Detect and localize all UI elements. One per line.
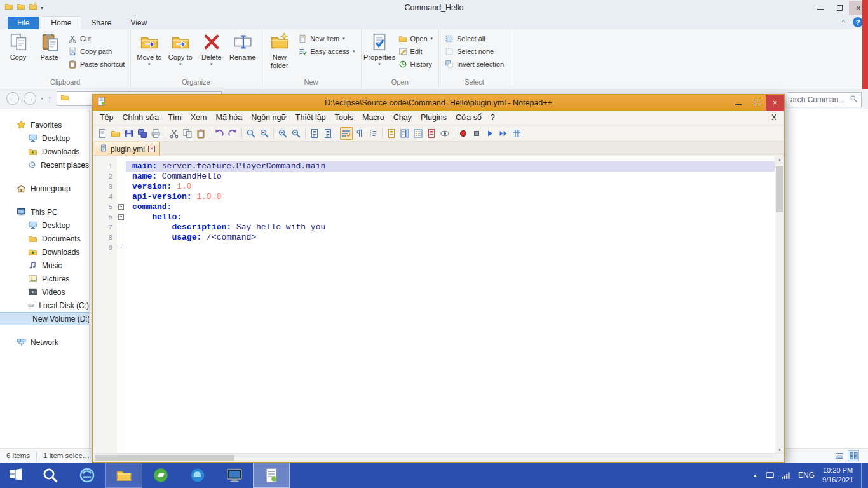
sidebar-item-desktop[interactable]: Desktop — [0, 219, 89, 232]
macro-stop-icon[interactable] — [470, 127, 483, 140]
sidebar-item-desktop[interactable]: Desktop — [0, 132, 89, 145]
menu-t-p[interactable]: Tệp — [95, 112, 118, 123]
save-icon[interactable] — [123, 127, 135, 140]
macro-run-multiple-icon[interactable] — [497, 127, 510, 140]
menu-c-a-s[interactable]: Cửa sổ — [451, 112, 486, 123]
undo-icon[interactable] — [213, 127, 226, 140]
edit-button[interactable]: Edit — [396, 45, 435, 58]
code-line[interactable]: 3version: 1.0 — [93, 182, 775, 192]
properties-button[interactable]: Properties▾ — [365, 30, 395, 69]
taskbar-edge[interactable] — [179, 463, 216, 488]
scroll-down-icon[interactable]: ▼ — [778, 447, 782, 452]
minimize-button[interactable] — [811, 1, 830, 15]
copy-button[interactable]: Copy — [3, 30, 33, 64]
sidebar-item-downloads[interactable]: Downloads — [0, 245, 89, 259]
code-line[interactable]: 4api-version: 1.8.8 — [93, 192, 775, 202]
doc-map-icon[interactable] — [398, 127, 411, 140]
code-line[interactable]: 6- hello: — [93, 212, 775, 222]
zoom-out-icon[interactable] — [290, 127, 302, 140]
code-line[interactable]: 5-command: — [93, 202, 775, 212]
back-button[interactable]: ← — [6, 92, 19, 105]
copy-to-button[interactable]: Copy to▾ — [165, 30, 195, 69]
move-to-button[interactable]: Move to▾ — [134, 30, 164, 69]
sidebar-item-network[interactable]: Network — [0, 336, 89, 349]
tab-view[interactable]: View — [121, 17, 156, 29]
invert-selection-button[interactable]: Invert selection — [442, 58, 506, 71]
sidebar-item-favorites[interactable]: Favorites — [0, 118, 89, 132]
view-document-icon[interactable] — [438, 127, 451, 140]
redo-icon[interactable] — [226, 127, 239, 140]
menu-ng-n-ng[interactable]: Ngôn ngữ — [247, 112, 291, 123]
taskbar-file-explorer[interactable] — [105, 463, 142, 488]
sidebar-item-this-pc[interactable]: This PC — [0, 205, 89, 219]
indent-guide-icon[interactable] — [367, 127, 379, 140]
open-file-icon[interactable] — [109, 127, 122, 140]
rename-button[interactable]: Rename — [227, 30, 257, 64]
npp-maximize-button[interactable] — [747, 95, 766, 111]
macro-save-icon[interactable] — [510, 127, 523, 140]
forward-button[interactable]: → — [24, 92, 36, 105]
search-box[interactable]: arch Comman... — [787, 92, 862, 107]
qat-chevron-down-icon[interactable]: ▾ — [41, 5, 43, 11]
sidebar-item-homegroup[interactable]: Homegroup — [0, 182, 89, 195]
horizontal-scrollbar-thumb[interactable] — [95, 455, 234, 461]
macro-record-icon[interactable] — [457, 127, 470, 140]
sync-vertical-icon[interactable] — [308, 127, 321, 140]
paste-button[interactable]: Paste — [34, 30, 64, 64]
horizontal-scrollbar[interactable] — [93, 453, 784, 462]
tray-expand-icon[interactable]: ▲ — [752, 473, 757, 478]
tab-close-icon[interactable]: × — [148, 146, 155, 152]
sidebar-item-pictures[interactable]: Pictures — [0, 272, 89, 285]
sidebar-item-local-disk-c[interactable]: Local Disk (C:) — [0, 299, 89, 312]
thumbnail-view-button[interactable] — [848, 450, 859, 461]
explorer-window-icon[interactable] — [4, 2, 13, 13]
qat-new-folder-icon[interactable] — [29, 2, 37, 13]
sync-horizontal-icon[interactable] — [322, 127, 334, 140]
find-icon[interactable] — [245, 127, 257, 140]
npp-close-button[interactable]: × — [766, 95, 784, 111]
menu-tools[interactable]: Tools — [330, 112, 358, 123]
menu-thi-t-l-p[interactable]: Thiết lập — [291, 112, 330, 123]
copy-path-button[interactable]: Copy path — [65, 45, 127, 58]
taskbar-notepadpp[interactable] — [253, 463, 290, 488]
history-button[interactable]: History — [396, 58, 435, 71]
ribbon-collapse-icon[interactable]: ^ — [842, 18, 845, 26]
cut-icon[interactable] — [168, 127, 180, 140]
cut-button[interactable]: Cut — [65, 32, 127, 45]
zoom-in-icon[interactable] — [276, 127, 289, 140]
copy-icon[interactable] — [181, 127, 194, 140]
menu-plugins[interactable]: Plugins — [416, 112, 451, 123]
menu-ch-nh-s-a[interactable]: Chỉnh sửa — [118, 112, 164, 123]
user-language-icon[interactable] — [385, 127, 398, 140]
code-line[interactable]: 7 description: Say hello with you — [93, 222, 775, 233]
sidebar-item-new-volume-d[interactable]: New Volume (D:) — [0, 312, 89, 325]
menu-ch-y[interactable]: Chạy — [389, 112, 416, 123]
sidebar-item-music[interactable]: Music — [0, 259, 89, 272]
new-folder-button[interactable]: New folder — [264, 30, 294, 71]
new-file-icon[interactable] — [96, 127, 109, 140]
vertical-scrollbar-thumb[interactable] — [776, 166, 783, 212]
tab-file[interactable]: File — [8, 17, 39, 29]
code-line[interactable]: 8 usage: /<command> — [93, 233, 775, 243]
start-button[interactable] — [0, 463, 32, 488]
network-icon[interactable] — [781, 471, 790, 480]
sidebar-item-recent-places[interactable]: Recent places — [0, 158, 89, 172]
sidebar-item-documents[interactable]: Documents — [0, 232, 89, 245]
tab-plugin-yml[interactable]: plugin.yml × — [95, 142, 160, 156]
select-none-button[interactable]: Select none — [442, 45, 506, 58]
function-list-icon[interactable] — [412, 127, 424, 140]
sidebar-item-videos[interactable]: Videos — [0, 285, 89, 299]
taskbar-green-app[interactable] — [142, 463, 179, 488]
taskbar-clock[interactable]: 10:20 PM 9/16/2021 — [822, 466, 853, 485]
easy-access-button[interactable]: Easy access▾ — [295, 45, 357, 58]
code-line[interactable]: 1main: server.feature.PlayerCommand.main — [93, 161, 775, 172]
word-wrap-icon[interactable] — [340, 127, 353, 140]
editor[interactable]: 1main: server.feature.PlayerCommand.main… — [93, 156, 784, 453]
fold-collapse-icon[interactable]: - — [118, 214, 124, 220]
doc-close-button[interactable]: X — [771, 113, 782, 122]
sidebar-item-downloads[interactable]: Downloads — [0, 145, 89, 158]
maximize-button[interactable] — [830, 1, 849, 15]
details-view-button[interactable] — [833, 450, 844, 461]
select-all-button[interactable]: Select all — [442, 32, 506, 45]
taskbar-internet-explorer[interactable] — [69, 463, 105, 488]
